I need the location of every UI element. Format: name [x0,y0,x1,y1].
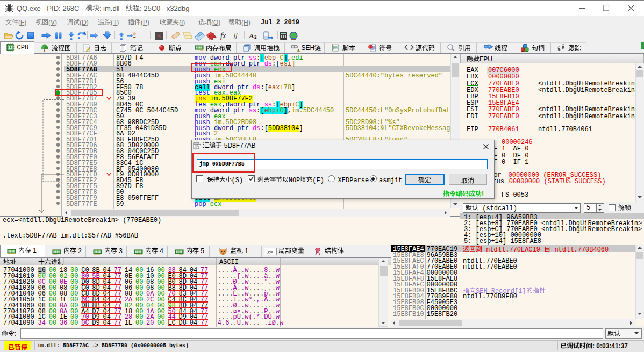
svg-text:fx: fx [220,32,226,40]
svg-text:x=: x= [267,249,273,255]
svg-text:#: # [233,31,238,40]
svg-text:32: 32 [8,46,12,49]
svg-text:<>: <> [333,46,337,49]
svg-text:S: S [157,32,161,40]
svg-text:A: A [249,32,254,40]
svg-text:2: 2 [254,34,257,40]
